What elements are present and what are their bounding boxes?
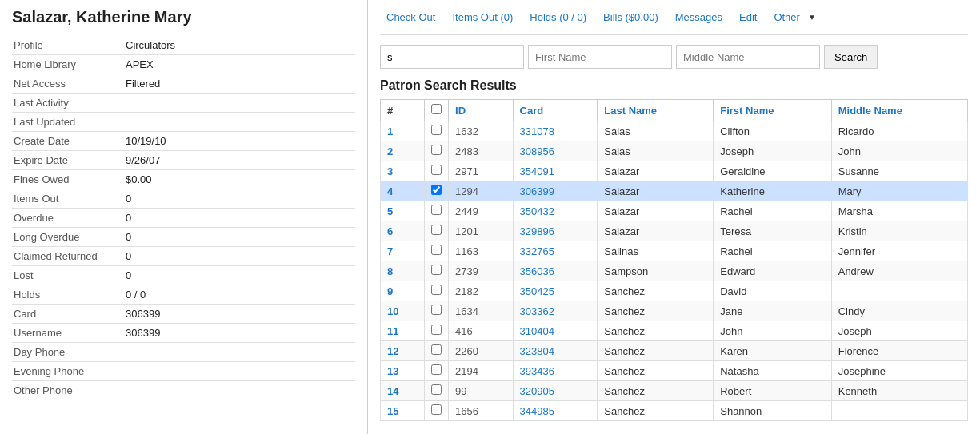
row-checkbox[interactable] — [431, 145, 442, 155]
row-checkbox-cell[interactable] — [425, 401, 449, 421]
row-number[interactable]: 14 — [381, 381, 425, 401]
row-num-link[interactable]: 11 — [387, 325, 398, 337]
row-card[interactable]: 306399 — [513, 181, 598, 201]
row-num-link[interactable]: 9 — [387, 285, 393, 297]
nav-holds[interactable]: Holds (0 / 0) — [523, 8, 593, 26]
row-num-link[interactable]: 8 — [387, 265, 393, 277]
row-card[interactable]: 331078 — [513, 121, 598, 141]
row-checkbox-cell[interactable] — [425, 301, 449, 321]
row-checkbox[interactable] — [431, 344, 442, 355]
row-checkbox-cell[interactable] — [425, 361, 449, 381]
row-checkbox-cell[interactable] — [425, 341, 449, 361]
row-number[interactable]: 2 — [381, 141, 425, 161]
row-checkbox[interactable] — [431, 364, 442, 375]
row-num-link[interactable]: 5 — [387, 205, 393, 217]
col-header-lastname[interactable]: Last Name — [598, 100, 714, 121]
row-number[interactable]: 7 — [381, 241, 425, 261]
row-checkbox[interactable] — [431, 305, 442, 315]
row-card[interactable]: 303362 — [513, 301, 598, 321]
table-row[interactable]: 6 1201 329896 Salazar Teresa Kristin — [381, 221, 968, 241]
row-card[interactable]: 354091 — [513, 161, 598, 181]
row-checkbox[interactable] — [431, 384, 442, 395]
row-num-link[interactable]: 3 — [387, 165, 393, 177]
search-button[interactable]: Search — [824, 45, 878, 69]
row-checkbox-cell[interactable] — [425, 261, 449, 281]
row-num-link[interactable]: 14 — [387, 385, 398, 397]
col-header-middlename[interactable]: Middle Name — [831, 100, 967, 121]
row-card[interactable]: 310404 — [513, 321, 598, 341]
row-num-link[interactable]: 6 — [387, 225, 393, 237]
table-row[interactable]: 5 2449 350432 Salazar Rachel Marsha — [381, 201, 968, 221]
row-card[interactable]: 350432 — [513, 201, 598, 221]
row-checkbox[interactable] — [431, 265, 442, 275]
col-header-firstname[interactable]: First Name — [714, 100, 831, 121]
row-checkbox[interactable] — [431, 125, 442, 135]
row-num-link[interactable]: 15 — [387, 405, 398, 417]
row-checkbox-cell[interactable] — [425, 181, 449, 201]
row-number[interactable]: 9 — [381, 281, 425, 301]
row-num-link[interactable]: 12 — [387, 345, 398, 357]
row-num-link[interactable]: 4 — [387, 185, 393, 197]
row-checkbox[interactable] — [431, 285, 442, 295]
row-card[interactable]: 344985 — [513, 401, 598, 421]
select-all-checkbox[interactable] — [431, 104, 442, 114]
table-row[interactable]: 11 416 310404 Sanchez John Joseph — [381, 321, 968, 341]
row-checkbox-cell[interactable] — [425, 161, 449, 181]
row-num-link[interactable]: 13 — [387, 365, 398, 377]
table-row[interactable]: 2 2483 308956 Salas Joseph John — [381, 141, 968, 161]
row-card[interactable]: 308956 — [513, 141, 598, 161]
nav-other-label[interactable]: Other — [767, 8, 806, 26]
nav-bills[interactable]: Bills ($0.00) — [597, 8, 665, 26]
row-num-link[interactable]: 10 — [387, 305, 398, 317]
table-row[interactable]: 15 1656 344985 Sanchez Shannon — [381, 401, 968, 421]
row-checkbox-cell[interactable] — [425, 201, 449, 221]
row-card[interactable]: 323804 — [513, 341, 598, 361]
row-card[interactable]: 332765 — [513, 241, 598, 261]
row-number[interactable]: 4 — [381, 181, 425, 201]
last-name-input[interactable] — [380, 45, 524, 69]
row-checkbox-cell[interactable] — [425, 121, 449, 141]
table-row[interactable]: 7 1163 332765 Salinas Rachel Jennifer — [381, 241, 968, 261]
row-number[interactable]: 6 — [381, 221, 425, 241]
row-checkbox-cell[interactable] — [425, 141, 449, 161]
col-header-id[interactable]: ID — [449, 100, 513, 121]
row-card[interactable]: 329896 — [513, 221, 598, 241]
nav-edit[interactable]: Edit — [733, 8, 763, 26]
row-number[interactable]: 3 — [381, 161, 425, 181]
row-checkbox[interactable] — [431, 245, 442, 255]
row-number[interactable]: 13 — [381, 361, 425, 381]
middle-name-input[interactable] — [676, 45, 820, 69]
row-number[interactable]: 5 — [381, 201, 425, 221]
row-checkbox[interactable] — [431, 404, 442, 415]
row-checkbox[interactable] — [431, 185, 442, 195]
row-number[interactable]: 15 — [381, 401, 425, 421]
table-row[interactable]: 12 2260 323804 Sanchez Karen Florence — [381, 341, 968, 361]
row-number[interactable]: 12 — [381, 341, 425, 361]
nav-messages[interactable]: Messages — [669, 8, 729, 26]
first-name-input[interactable] — [528, 45, 672, 69]
row-checkbox[interactable] — [431, 225, 442, 235]
row-checkbox-cell[interactable] — [425, 281, 449, 301]
nav-items-out[interactable]: Items Out (0) — [446, 8, 519, 26]
nav-checkout[interactable]: Check Out — [380, 8, 442, 26]
col-header-check[interactable] — [425, 100, 449, 121]
row-checkbox-cell[interactable] — [425, 381, 449, 401]
row-card[interactable]: 356036 — [513, 261, 598, 281]
row-checkbox-cell[interactable] — [425, 241, 449, 261]
table-row[interactable]: 8 2739 356036 Sampson Edward Andrew — [381, 261, 968, 281]
row-number[interactable]: 1 — [381, 121, 425, 141]
row-checkbox[interactable] — [431, 325, 442, 335]
row-checkbox-cell[interactable] — [425, 221, 449, 241]
row-checkbox[interactable] — [431, 165, 442, 175]
table-row[interactable]: 14 99 320905 Sanchez Robert Kenneth — [381, 381, 968, 401]
row-number[interactable]: 10 — [381, 301, 425, 321]
row-card[interactable]: 393436 — [513, 361, 598, 381]
table-row[interactable]: 13 2194 393436 Sanchez Natasha Josephine — [381, 361, 968, 381]
col-header-num[interactable]: # — [381, 100, 425, 121]
table-row[interactable]: 3 2971 354091 Salazar Geraldine Susanne — [381, 161, 968, 181]
row-card[interactable]: 350425 — [513, 281, 598, 301]
table-row[interactable]: 10 1634 303362 Sanchez Jane Cindy — [381, 301, 968, 321]
row-checkbox[interactable] — [431, 205, 442, 215]
table-row[interactable]: 4 1294 306399 Salazar Katherine Mary — [381, 181, 968, 201]
row-checkbox-cell[interactable] — [425, 321, 449, 341]
